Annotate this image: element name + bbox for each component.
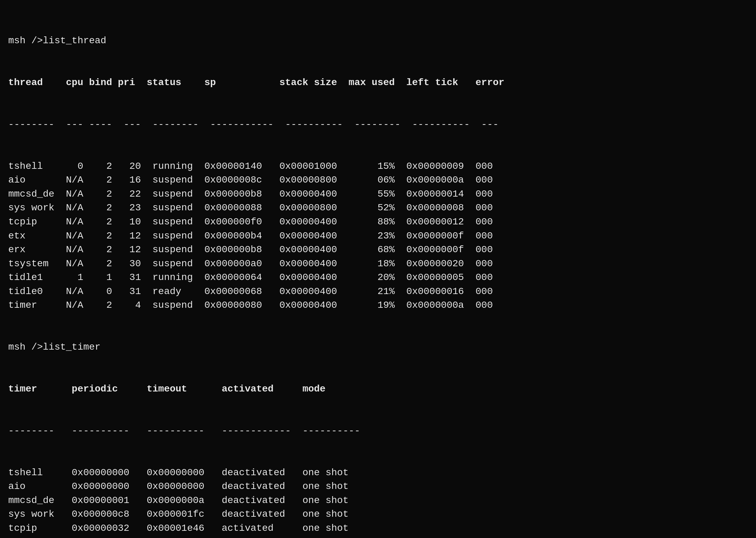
- thread-table-rows: tshell 0 2 20 running 0x00000140 0x00001…: [8, 160, 748, 313]
- timer-table-rows: tshell 0x00000000 0x00000000 deactivated…: [8, 466, 748, 538]
- timer-row: sys work 0x000000c8 0x000001fc deactivat…: [8, 507, 748, 522]
- thread-row: tidle0 N/A 0 31 ready 0x00000068 0x00000…: [8, 285, 748, 299]
- prompt-list-thread: msh />list_thread: [8, 34, 748, 48]
- thread-row: tidle1 1 1 31 running 0x00000064 0x00000…: [8, 271, 748, 285]
- timer-row: etx 0x00000000 0x00000000 deactivated on…: [8, 536, 748, 538]
- prompt-list-timer: msh />list_timer: [8, 340, 748, 354]
- thread-table-header: thread cpu bind pri status sp stack size…: [8, 76, 748, 90]
- thread-row: erx N/A 2 12 suspend 0x000000b8 0x000004…: [8, 243, 748, 257]
- thread-table-separator: -------- --- ---- --- -------- ---------…: [8, 118, 748, 132]
- terminal-output: msh />list_thread thread cpu bind pri st…: [8, 6, 748, 538]
- timer-table-header: timer periodic timeout activated mode: [8, 382, 748, 396]
- thread-row: tcpip N/A 2 10 suspend 0x000000f0 0x0000…: [8, 215, 748, 229]
- thread-row: tsystem N/A 2 30 suspend 0x000000a0 0x00…: [8, 257, 748, 271]
- thread-row: mmcsd_de N/A 2 22 suspend 0x000000b8 0x0…: [8, 187, 748, 201]
- thread-row: etx N/A 2 12 suspend 0x000000b4 0x000004…: [8, 229, 748, 243]
- timer-row: aio 0x00000000 0x00000000 deactivated on…: [8, 480, 748, 494]
- thread-row: sys work N/A 2 23 suspend 0x00000088 0x0…: [8, 201, 748, 215]
- timer-row: tcpip 0x00000032 0x00001e46 activated on…: [8, 522, 748, 536]
- timer-table-separator: -------- ---------- ---------- ---------…: [8, 424, 748, 438]
- timer-row: tshell 0x00000000 0x00000000 deactivated…: [8, 466, 748, 480]
- thread-row: aio N/A 2 16 suspend 0x0000008c 0x000008…: [8, 173, 748, 187]
- thread-row: timer N/A 2 4 suspend 0x00000080 0x00000…: [8, 299, 748, 313]
- thread-row: tshell 0 2 20 running 0x00000140 0x00001…: [8, 160, 748, 174]
- timer-row: mmcsd_de 0x00000001 0x0000000a deactivat…: [8, 494, 748, 508]
